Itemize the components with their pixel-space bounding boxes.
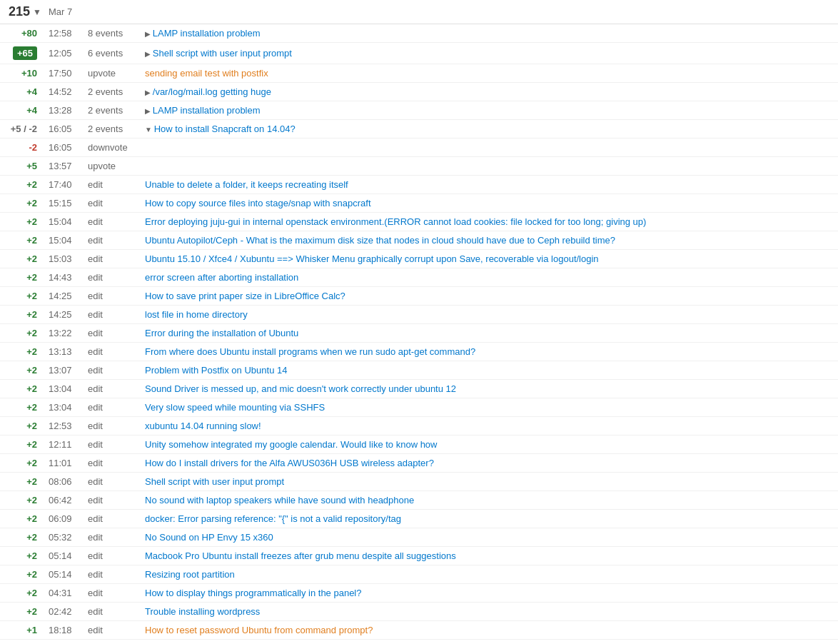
row-title-link[interactable]: Shell script with user input prompt — [145, 476, 284, 487]
row-score: +2 — [0, 510, 43, 528]
row-title-link[interactable]: From where does Ubuntu install programs … — [145, 346, 475, 357]
row-title[interactable]: Macbook Pro Ubuntu install freezes after… — [139, 547, 838, 565]
row-title-link[interactable]: How do I install drivers for the Alfa AW… — [145, 458, 434, 468]
row-title[interactable]: Unable to delete a folder, it keeps recr… — [139, 176, 838, 194]
row-title[interactable]: Very slow speed while mounting via SSHFS — [139, 398, 838, 417]
row-time: 15:15 — [43, 194, 82, 213]
table-row: +414:522 events/var/log/mail.log getting… — [0, 83, 838, 101]
row-action: 2 events — [82, 101, 139, 120]
row-title[interactable]: docker: Error parsing reference: "{" is … — [139, 510, 838, 528]
row-action: edit — [82, 436, 139, 454]
row-action: upvote — [82, 157, 139, 176]
row-title[interactable]: /var/log/mail.log getting huge — [139, 83, 838, 101]
row-score: +80 — [0, 24, 43, 43]
row-title-link[interactable]: Very slow speed while mounting via SSHFS — [145, 402, 325, 413]
row-score: +65 — [0, 43, 43, 64]
row-title-link[interactable]: Unity somehow integrated my google calen… — [145, 439, 437, 450]
row-title-link[interactable]: How to save print paper size in LibreOff… — [145, 291, 345, 301]
row-title[interactable]: error screen after aborting installation — [139, 268, 838, 287]
row-title[interactable]: From where does Ubuntu install programs … — [139, 343, 838, 361]
row-title-link[interactable]: sending email test with postfix — [145, 68, 268, 79]
row-action: edit — [82, 565, 139, 584]
row-title[interactable]: Resizing root partition — [139, 565, 838, 584]
row-score: +2 — [0, 250, 43, 268]
row-score: +2 — [0, 361, 43, 380]
row-time: 06:42 — [43, 491, 82, 510]
row-title[interactable]: Error deploying juju-gui in internal ope… — [139, 213, 838, 231]
row-score: +2 — [0, 380, 43, 398]
row-title-link[interactable]: docker: Error parsing reference: "{" is … — [145, 513, 401, 524]
row-title-link[interactable]: error screen after aborting installation — [145, 272, 298, 283]
row-time: 15:04 — [43, 213, 82, 231]
row-action: edit — [82, 510, 139, 528]
row-title[interactable]: LAMP installation problem — [139, 101, 838, 120]
table-row: +204:31editHow to display things program… — [0, 584, 838, 603]
row-title[interactable]: Trouble installing wordpress — [139, 603, 838, 621]
row-title[interactable]: sending email test with postfix — [139, 64, 838, 83]
row-title[interactable]: Error during the installation of Ubuntu — [139, 324, 838, 343]
row-title-link[interactable]: Ubuntu Autopilot/Ceph - What is the maxi… — [145, 235, 615, 246]
row-score: +2 — [0, 565, 43, 584]
row-title[interactable]: Unity somehow integrated my google calen… — [139, 436, 838, 454]
table-row: +208:06editShell script with user input … — [0, 473, 838, 491]
row-title[interactable]: xubuntu 14.04 running slow! — [139, 417, 838, 436]
row-title-link[interactable]: How to reset password Ubuntu from comman… — [145, 625, 373, 635]
row-time: 13:22 — [43, 324, 82, 343]
row-action: 2 events — [82, 83, 139, 101]
row-title-link[interactable]: Trouble installing wordpress — [145, 606, 260, 617]
row-score: +10 — [0, 64, 43, 83]
row-title-link[interactable]: How to copy source files into stage/snap… — [145, 198, 371, 208]
row-title[interactable]: Sound Driver is messed up, and mic doesn… — [139, 380, 838, 398]
row-title-link[interactable]: LAMP installation problem — [145, 105, 261, 116]
row-title — [139, 157, 838, 176]
row-title-link[interactable]: /var/log/mail.log getting huge — [145, 86, 271, 97]
row-title[interactable]: Shell script with user input prompt — [139, 43, 838, 64]
row-time: 15:03 — [43, 250, 82, 268]
row-time: 13:13 — [43, 343, 82, 361]
row-title[interactable]: How do I install drivers for the Alfa AW… — [139, 454, 838, 473]
score-arrow[interactable]: ▼ — [33, 7, 41, 17]
row-title-link[interactable]: How to display things programmatically i… — [145, 588, 362, 598]
row-time: 17:40 — [43, 176, 82, 194]
row-title-link[interactable]: How to install Snapcraft on 14.04? — [145, 124, 296, 134]
row-title-link[interactable]: Error deploying juju-gui in internal ope… — [145, 216, 646, 227]
row-title-link[interactable]: Error during the installation of Ubuntu — [145, 328, 298, 338]
table-row: +212:11editUnity somehow integrated my g… — [0, 436, 838, 454]
row-title[interactable]: Shell script with user input prompt — [139, 473, 838, 491]
row-title[interactable]: LAMP installation problem — [139, 24, 838, 43]
row-title[interactable]: Ubuntu Autopilot/Ceph - What is the maxi… — [139, 231, 838, 250]
row-action: 8 events — [82, 24, 139, 43]
row-title[interactable]: lost file in home directory — [139, 306, 838, 324]
row-score: +4 — [0, 101, 43, 120]
row-score: +4 — [0, 83, 43, 101]
row-title[interactable]: How to save print paper size in LibreOff… — [139, 287, 838, 306]
row-title-link[interactable]: No sound with laptop speakers while have… — [145, 495, 414, 505]
row-title-link[interactable]: Macbook Pro Ubuntu install freezes after… — [145, 550, 456, 561]
row-title[interactable]: No sound with laptop speakers while have… — [139, 491, 838, 510]
table-row: +214:25editHow to save print paper size … — [0, 287, 838, 306]
row-title-link[interactable]: Sound Driver is messed up, and mic doesn… — [145, 383, 456, 394]
row-title[interactable]: Problem with Postfix on Ubuntu 14 — [139, 361, 838, 380]
table-row: +212:53editxubuntu 14.04 running slow! — [0, 417, 838, 436]
row-time: 05:32 — [43, 528, 82, 547]
row-title-link[interactable]: xubuntu 14.04 running slow! — [145, 421, 261, 431]
row-title[interactable]: How to display things programmatically i… — [139, 584, 838, 603]
row-title-link[interactable]: Shell script with user input prompt — [145, 48, 292, 59]
row-title[interactable]: No Sound on HP Envy 15 x360 — [139, 528, 838, 547]
row-title[interactable]: How to install Snapcraft on 14.04? — [139, 120, 838, 139]
row-action: edit — [82, 250, 139, 268]
row-title[interactable]: How to reset password Ubuntu from comman… — [139, 621, 838, 640]
row-title-link[interactable]: No Sound on HP Envy 15 x360 — [145, 532, 273, 543]
row-title-link[interactable]: lost file in home directory — [145, 309, 248, 320]
row-title-link[interactable]: Problem with Postfix on Ubuntu 14 — [145, 365, 287, 376]
table-row: +206:09editdocker: Error parsing referen… — [0, 510, 838, 528]
row-title[interactable]: Ubuntu 15.10 / Xfce4 / Xubuntu ==> Whisk… — [139, 250, 838, 268]
row-title-link[interactable]: Resizing root partition — [145, 569, 235, 580]
row-time: 12:05 — [43, 43, 82, 64]
row-title-link[interactable]: Unable to delete a folder, it keeps recr… — [145, 179, 348, 190]
row-title-link[interactable]: Ubuntu 15.10 / Xfce4 / Xubuntu ==> Whisk… — [145, 253, 599, 264]
table-row: +206:42editNo sound with laptop speakers… — [0, 491, 838, 510]
row-title-link[interactable]: LAMP installation problem — [145, 28, 261, 39]
table-row: +214:25editlost file in home directory — [0, 306, 838, 324]
row-title[interactable]: How to copy source files into stage/snap… — [139, 194, 838, 213]
